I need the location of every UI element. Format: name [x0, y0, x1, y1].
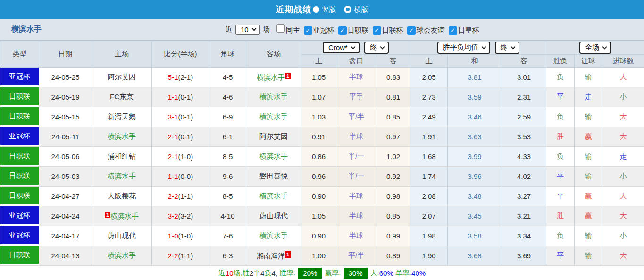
sub-header-avg-away: 客: [502, 55, 546, 68]
red-card-badge: 1: [285, 73, 291, 79]
avg-odds-select[interactable]: 胜平负均值: [437, 42, 490, 54]
score-cell: 3-2(3-2): [152, 206, 209, 226]
filter-label-日皇杯[interactable]: 日皇杯: [458, 26, 479, 34]
match-row: 日职联24-04-27大阪樱花2-2(1-1)8-5横滨水手0.90半球0.98…: [0, 187, 644, 206]
sub-header-handicap-away: 客: [376, 55, 410, 68]
checkbox-checked-日职联[interactable]: ✓: [338, 26, 347, 35]
halftime-score: (1-1): [178, 252, 193, 260]
away-team-cell: 横滨水手: [246, 187, 301, 206]
summary-bar: 近10场,胜2平4负4, 胜率:20%赢率:30%大:60% 单率:40%: [0, 266, 644, 280]
winloss-result: 胜: [546, 206, 575, 226]
checkbox-checked-亚冠杯[interactable]: ✓: [304, 26, 312, 35]
date-cell: 24-05-15: [39, 107, 92, 127]
goals-result: 大: [602, 68, 644, 87]
filter-label-亚冠杯[interactable]: 亚冠杯: [313, 26, 335, 34]
home-team-cell: 新泻天鹅: [92, 107, 152, 127]
handicap-home-odds: 0.90: [301, 226, 336, 246]
league-badge: 日职联: [0, 187, 39, 204]
avg-draw-odds: 3.81: [448, 68, 502, 87]
halftime-score: (2-1): [178, 73, 193, 81]
match-row: 亚冠杯24-04-241横滨水手3-2(3-2)4-10蔚山现代1.05半球0.…: [0, 206, 644, 226]
radio-vertical-label[interactable]: 竖版: [322, 5, 336, 14]
radio-horizontal-label[interactable]: 横版: [354, 5, 368, 14]
goals-result: 大: [602, 127, 644, 147]
halftime-score: (1-0): [178, 232, 193, 240]
title-bar: 近期战绩 竖版 横版: [0, 0, 644, 19]
period-select[interactable]: 全场: [579, 42, 611, 54]
summary-text: 负: [264, 269, 271, 278]
away-team-cell: 横滨水手1: [246, 68, 301, 87]
handicap-result: 输: [575, 167, 602, 187]
chevron-down-icon: [481, 44, 486, 49]
match-row: 日职联24-05-03横滨水手1-1(0-0)9-6磐田喜悦0.96半/一0.9…: [0, 167, 644, 187]
handicap-home-odds: 1.05: [301, 68, 336, 87]
match-row: 亚冠杯24-04-17蔚山现代1-0(1-0)7-6横滨水手0.90半球0.99…: [0, 226, 644, 246]
away-team-cell: 横滨水手: [246, 87, 301, 107]
match-row: 日职联24-05-19FC东京1-1(0-1)4-6横滨水手1.07平手0.81…: [0, 87, 644, 107]
match-row: 日职联24-05-06浦和红钻2-1(1-0)8-5横滨水手0.86半/一1.0…: [0, 147, 644, 167]
checkbox-checked-日联杯[interactable]: ✓: [373, 26, 381, 35]
halftime-score: (3-2): [178, 212, 193, 220]
score-cell: 3-1(0-1): [152, 107, 209, 127]
filter-label-日联杯[interactable]: 日联杯: [382, 26, 403, 34]
red-card-badge: 1: [105, 212, 110, 218]
handicap-line: 半/一: [336, 147, 376, 167]
league-type-cell: 日职联: [0, 187, 39, 206]
radio-vertical-layout[interactable]: 竖版: [317, 5, 336, 14]
home-team-name: 横滨水手: [108, 172, 136, 180]
filter-label-同主[interactable]: 同主: [286, 26, 300, 34]
score-cell: 1-0(1-0): [152, 226, 209, 246]
match-row: 日职联24-05-15新泻天鹅3-1(0-1)6-9横滨水手1.03平/半0.8…: [0, 107, 644, 127]
checkbox-checked-球会友谊[interactable]: ✓: [407, 26, 416, 35]
summary-text: 4,: [271, 269, 279, 277]
league-type-cell: 日职联: [0, 246, 39, 266]
home-team-name: 新泻天鹅: [108, 112, 136, 120]
avg-time-select[interactable]: 终: [495, 42, 519, 54]
summary-text: 近: [218, 269, 226, 278]
halftime-score: (1-1): [178, 192, 193, 200]
score-cell: 2-1(1-0): [152, 147, 209, 167]
recent-results-panel: 近期战绩 竖版 横版 横滨水手 近 10 场 同主✓亚冠杯✓日职联✓日联杯✓球会…: [0, 0, 644, 280]
sub-header-handicap-result: 让球: [575, 55, 602, 68]
home-team-name: 大阪樱花: [108, 192, 136, 200]
sub-header-winloss: 胜负: [546, 55, 575, 68]
handicap-away-odds: 0.83: [376, 68, 410, 87]
home-team-name: FC东京: [110, 93, 134, 101]
filter-label-球会友谊[interactable]: 球会友谊: [417, 26, 445, 34]
handicap-away-odds: 0.92: [376, 167, 410, 187]
match-count-select[interactable]: 10: [235, 25, 260, 35]
avg-draw-odds: 3.46: [448, 107, 502, 127]
handicap-line: 半球: [336, 226, 376, 246]
handicap-time-select[interactable]: 终: [364, 42, 389, 54]
away-team-cell: 横滨水手: [246, 226, 301, 246]
handicap-result: 赢: [575, 127, 602, 147]
chevron-down-icon: [351, 44, 355, 49]
chevron-down-icon: [602, 44, 607, 49]
home-team-name: 横滨水手: [108, 251, 136, 259]
score-cell: 1-1(0-0): [152, 167, 209, 187]
date-cell: 24-05-06: [39, 147, 92, 167]
summary-text: 胜率:: [279, 269, 295, 278]
handicap-home-odds: 0.91: [301, 127, 336, 147]
handicap-result: 输: [575, 147, 602, 167]
handicap-home-odds: 0.86: [301, 147, 336, 167]
filter-label-日职联[interactable]: 日职联: [348, 26, 369, 34]
radio-filled-icon[interactable]: [313, 6, 319, 13]
fulltime-score: 3-2: [168, 212, 178, 220]
results-table: 类型 日期 主场 比分(半场) 角球 客场 Crow* 终 胜平负均值 终: [0, 41, 644, 266]
halftime-score: (0-1): [178, 93, 193, 101]
handicap-home-odds: 0.90: [301, 187, 336, 206]
radio-ring-icon[interactable]: [344, 6, 351, 13]
handicap-home-odds: 1.07: [301, 87, 336, 107]
handicap-away-odds: 0.85: [376, 107, 410, 127]
bookmaker-select[interactable]: Crow*: [323, 42, 360, 53]
away-team-cell: 湘南海洋1: [246, 246, 301, 266]
avg-home-odds: 2.07: [410, 206, 448, 226]
checkbox-unchecked-同主[interactable]: [276, 24, 285, 33]
fulltime-score: 2-1: [168, 153, 178, 161]
date-cell: 24-05-25: [39, 68, 92, 87]
checkbox-checked-日皇杯[interactable]: ✓: [449, 26, 457, 35]
radio-horizontal-layout[interactable]: 横版: [344, 5, 368, 14]
away-team-cell: 蔚山现代: [246, 206, 301, 226]
handicap-result: 走: [575, 87, 602, 107]
